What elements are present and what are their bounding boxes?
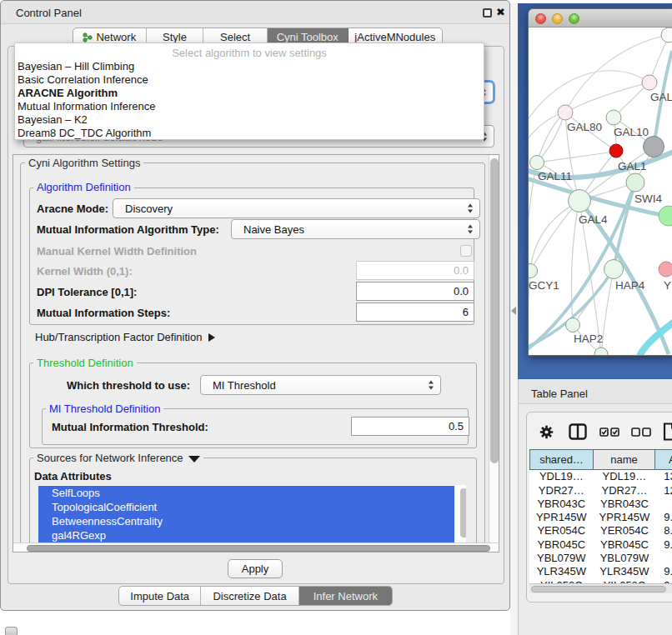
split-columns-icon[interactable] <box>569 423 587 440</box>
table-cell[interactable] <box>655 498 672 511</box>
document-icon[interactable] <box>663 422 672 441</box>
network-node-gal80[interactable] <box>558 105 573 120</box>
network-canvas[interactable]: GALGAL80GAL10GAL1GAL11SWI4GAL4GCY1HAP4YH… <box>529 28 672 356</box>
table-cell[interactable]: YBR045C <box>594 538 656 552</box>
algorithm-item[interactable]: ARACNE Algorithm <box>18 87 476 100</box>
column-header-name[interactable]: name <box>593 450 655 469</box>
network-node-gcy1[interactable] <box>529 264 538 278</box>
network-node-gal[interactable] <box>642 75 657 90</box>
network-node[interactable] <box>659 206 672 226</box>
zoom-traffic-light-icon[interactable] <box>569 13 579 24</box>
control-panel-titlebar[interactable]: Control Panel ✖ <box>1 1 509 24</box>
which-threshold-combobox[interactable]: MI Threshold <box>200 375 441 395</box>
column-header-partial[interactable]: A <box>654 450 672 469</box>
tab-discretize-data[interactable]: Discretize Data <box>201 587 298 605</box>
close-traffic-light-icon[interactable] <box>535 13 546 24</box>
table-cell[interactable]: YBR043C <box>594 498 656 511</box>
table-cell[interactable]: YLR345W <box>529 565 594 578</box>
vertical-scrollbar[interactable] <box>489 155 499 542</box>
tab-impute-data[interactable]: Impute Data <box>119 587 201 605</box>
algorithm-item[interactable]: Basic Correlation Inference <box>18 73 476 87</box>
table-row[interactable]: YER054CYER054C8. <box>529 524 672 538</box>
table-cell[interactable]: 9. <box>655 538 672 552</box>
table-row[interactable]: YBR043CYBR043C <box>529 498 672 511</box>
table-cell[interactable]: 12 <box>655 483 672 497</box>
table-cell[interactable]: 9. <box>655 511 672 524</box>
data-attribute-item[interactable]: TopologicalCoefficient <box>38 500 454 514</box>
network-node-hap2[interactable] <box>566 318 580 332</box>
aracne-mode-combobox[interactable]: Discovery <box>113 198 480 218</box>
table-cell[interactable]: YPR145W <box>529 511 594 524</box>
table-row[interactable]: YBR045CYBR045C9. <box>529 538 672 552</box>
network-node-swi4[interactable] <box>626 173 644 192</box>
column-header-shared-name[interactable]: shared… <box>529 450 594 469</box>
horizontal-scrollbar[interactable] <box>13 542 499 552</box>
network-node-gal1[interactable] <box>609 144 623 158</box>
table-cell[interactable] <box>655 552 672 565</box>
split-collapse-icon[interactable] <box>511 307 516 315</box>
table-cell[interactable]: YPR145W <box>594 511 656 524</box>
table-cell[interactable]: YDL19… <box>594 470 656 483</box>
data-attribute-item[interactable]: gal4RGexp <box>38 528 454 542</box>
table-cell[interactable]: YDR27… <box>529 483 594 497</box>
table-cell[interactable]: YER054C <box>529 524 594 538</box>
table-cell[interactable]: YBR045C <box>529 538 594 552</box>
manual-kernel-checkbox[interactable] <box>460 245 472 257</box>
network-node[interactable] <box>661 28 672 42</box>
table-horizontal-scrollbar[interactable] <box>529 583 672 593</box>
table-body[interactable]: YDL19…YDL19…13YDR27…YDR27…12YBR043CYBR04… <box>529 470 672 583</box>
table-cell[interactable]: YDR27… <box>594 483 656 497</box>
table-cell[interactable]: 9. <box>655 565 672 578</box>
network-node-gal10[interactable] <box>606 110 621 125</box>
dpi-tolerance-field[interactable]: 0.0 <box>356 282 474 301</box>
data-attributes-list[interactable]: gal4RGexpBetweennessCentralityTopologica… <box>38 485 466 542</box>
unchecked-boxes-icon[interactable] <box>631 428 652 437</box>
table-hscroll-thumb[interactable] <box>531 586 666 592</box>
mi-type-combobox[interactable]: Naive Bayes <box>231 219 480 239</box>
checked-boxes-icon[interactable] <box>599 428 620 437</box>
network-node-gal4[interactable] <box>569 190 591 212</box>
network-node-gal11[interactable] <box>530 156 544 170</box>
table-cell[interactable]: YER054C <box>594 524 656 538</box>
tab-infer-network[interactable]: Infer Network <box>299 587 392 605</box>
hub-definition-expander[interactable]: Hub/Transcription Factor Definition <box>35 331 215 343</box>
table-cell[interactable]: YLR345W <box>594 565 656 578</box>
horizontal-scrollbar-thumb[interactable] <box>27 545 490 552</box>
algorithm-item[interactable]: Bayesian – K2 <box>18 113 476 127</box>
mi-steps-field[interactable]: 6 <box>356 302 474 322</box>
table-row[interactable]: YDR27…YDR27…12 <box>529 483 672 497</box>
minimize-traffic-light-icon[interactable] <box>552 13 563 24</box>
network-node[interactable] <box>594 348 608 356</box>
table-row[interactable]: YPR145WYPR145W9. <box>529 511 672 524</box>
mi-threshold-field[interactable]: 0.5 <box>351 417 469 436</box>
apply-button[interactable]: Apply <box>228 559 283 578</box>
close-icon[interactable]: ✖ <box>496 6 505 18</box>
algorithm-item[interactable]: Bayesian – Hill Climbing <box>18 60 476 73</box>
table-cell[interactable]: YBR043C <box>529 498 594 511</box>
table-cell[interactable]: 8. <box>655 524 672 538</box>
network-view-window[interactable]: GALGAL80GAL10GAL1GAL11SWI4GAL4GCY1HAP4YH… <box>528 8 672 356</box>
data-attribute-item[interactable]: SelfLoops <box>38 486 454 500</box>
data-attribute-item[interactable]: BetweennessCentrality <box>38 514 454 528</box>
table-cell[interactable]: YBL079W <box>594 552 656 565</box>
network-node[interactable] <box>644 137 664 158</box>
dock-icon[interactable] <box>5 627 18 635</box>
network-node-y[interactable] <box>659 262 672 277</box>
algorithm-item[interactable]: Dream8 DC_TDC Algorithm <box>18 127 476 140</box>
network-node-hap4[interactable] <box>604 260 624 279</box>
table-row[interactable]: YLR345WYLR345W9. <box>529 565 672 578</box>
network-nodes[interactable] <box>529 28 672 356</box>
table-cell[interactable]: YBL079W <box>529 552 594 565</box>
gear-icon[interactable] <box>539 425 554 439</box>
table-cell[interactable]: YDL19… <box>529 470 594 483</box>
network-window-titlebar[interactable] <box>529 9 672 28</box>
vertical-scrollbar-thumb[interactable] <box>490 158 499 463</box>
table-panel-titlebar[interactable]: Table Panel <box>519 379 672 404</box>
float-window-icon[interactable] <box>483 8 492 18</box>
table-row[interactable]: YDL19…YDL19…13 <box>529 470 672 483</box>
sources-expander[interactable]: Sources for Network Inference <box>33 452 203 464</box>
list-scrollbar-thumb[interactable] <box>460 488 466 538</box>
table-cell[interactable]: 13 <box>655 470 672 483</box>
algorithm-item[interactable]: Mutual Information Inference <box>18 100 476 113</box>
table-row[interactable]: YBL079WYBL079W <box>529 552 672 565</box>
